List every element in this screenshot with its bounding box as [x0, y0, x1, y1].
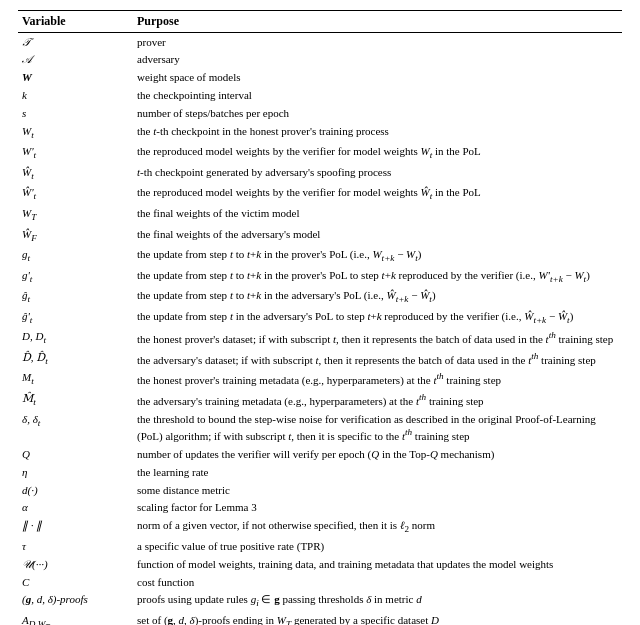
table-cell-purpose: norm of a given vector, if not otherwise… — [133, 517, 622, 538]
table-cell-var: AD,WT — [18, 611, 133, 625]
table-cell-var: 𝒰(···) — [18, 555, 133, 573]
table-cell-purpose: the final weights of the victim model — [133, 204, 622, 225]
table-cell-var: M̂t — [18, 390, 133, 411]
table-cell-purpose: the honest prover's dataset; if with sub… — [133, 328, 622, 349]
table-cell-var: 𝒜 — [18, 51, 133, 69]
col-header-variable: Variable — [18, 11, 133, 33]
table-cell-purpose: the t-th checkpoint in the honest prover… — [133, 122, 622, 143]
table-cell-var: Mt — [18, 369, 133, 390]
table-cell-var: W — [18, 69, 133, 87]
table-cell-var: Q — [18, 445, 133, 463]
table-cell-purpose: the honest prover's training metadata (e… — [133, 369, 622, 390]
table-cell-purpose: set of (g, d, δ)-proofs ending in WT gen… — [133, 611, 622, 625]
table-cell-purpose: the checkpointing interval — [133, 87, 622, 105]
table-cell-var: α — [18, 499, 133, 517]
table-cell-var: D̂, D̂t — [18, 348, 133, 369]
table-cell-purpose: the reproduced model weights by the veri… — [133, 143, 622, 164]
table-cell-purpose: scaling factor for Lemma 3 — [133, 499, 622, 517]
table-cell-var: gt — [18, 246, 133, 267]
table-cell-purpose: the update from step t to t+k in the adv… — [133, 287, 622, 308]
table-cell-var: δ, δt — [18, 410, 133, 445]
table-cell-var: Ŵt — [18, 163, 133, 184]
table-cell-purpose: prover — [133, 33, 622, 51]
table-cell-purpose: adversary — [133, 51, 622, 69]
table-cell-var: d(·) — [18, 481, 133, 499]
notations-table: Variable Purpose 𝒯prover𝒜adversaryWweigh… — [18, 10, 622, 625]
table-cell-var: Wt — [18, 122, 133, 143]
table-cell-var: ĝt — [18, 287, 133, 308]
table-cell-var: ĝ't — [18, 307, 133, 328]
table-cell-var: C — [18, 573, 133, 591]
col-header-purpose: Purpose — [133, 11, 622, 33]
table-cell-purpose: the adversary's dataset; if with subscri… — [133, 348, 622, 369]
table-cell-purpose: the update from step t in the adversary'… — [133, 307, 622, 328]
table-cell-purpose: the update from step t to t+k in the pro… — [133, 266, 622, 287]
table-cell-var: D, Dt — [18, 328, 133, 349]
table-cell-var: τ — [18, 537, 133, 555]
table-cell-purpose: the threshold to bound the step-wise noi… — [133, 410, 622, 445]
table-cell-purpose: weight space of models — [133, 69, 622, 87]
table-cell-purpose: the reproduced model weights by the veri… — [133, 184, 622, 205]
table-cell-var: Ŵ't — [18, 184, 133, 205]
table-cell-purpose: proofs using update rules gi ∈ g passing… — [133, 591, 622, 612]
table-cell-var: 𝒯 — [18, 33, 133, 51]
table-cell-purpose: the learning rate — [133, 463, 622, 481]
table-cell-purpose: a specific value of true positive rate (… — [133, 537, 622, 555]
table-cell-purpose: some distance metric — [133, 481, 622, 499]
table-cell-var: k — [18, 87, 133, 105]
table-cell-var: W't — [18, 143, 133, 164]
table-cell-purpose: t-th checkpoint generated by adversary's… — [133, 163, 622, 184]
table-cell-var: WT — [18, 204, 133, 225]
table-cell-purpose: number of steps/batches per epoch — [133, 104, 622, 122]
table-cell-purpose: function of model weights, training data… — [133, 555, 622, 573]
table-cell-var: ŴF — [18, 225, 133, 246]
table-cell-purpose: the update from step t to t+k in the pro… — [133, 246, 622, 267]
table-cell-var: η — [18, 463, 133, 481]
table-cell-var: (g, d, δ)-proofs — [18, 591, 133, 612]
table-cell-purpose: number of updates the verifier will veri… — [133, 445, 622, 463]
table-cell-var: s — [18, 104, 133, 122]
table-cell-var: ‖ · ‖ — [18, 517, 133, 538]
table-cell-purpose: cost function — [133, 573, 622, 591]
table-cell-purpose: the adversary's training metadata (e.g.,… — [133, 390, 622, 411]
table-cell-purpose: the final weights of the adversary's mod… — [133, 225, 622, 246]
table-cell-var: g't — [18, 266, 133, 287]
